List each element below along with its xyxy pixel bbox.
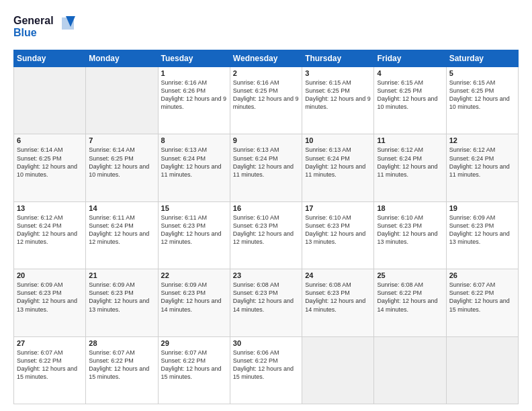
day-info: Sunrise: 6:13 AM Sunset: 6:24 PM Dayligh… [233,146,299,179]
calendar-cell: 6Sunrise: 6:14 AM Sunset: 6:25 PM Daylig… [14,134,86,201]
calendar-cell: 22Sunrise: 6:09 AM Sunset: 6:23 PM Dayli… [158,269,230,336]
calendar-week-3: 13Sunrise: 6:12 AM Sunset: 6:24 PM Dayli… [14,201,519,269]
calendar-cell [302,336,374,404]
logo: General Blue [13,12,81,43]
calendar-cell: 17Sunrise: 6:10 AM Sunset: 6:23 PM Dayli… [302,201,374,269]
day-number: 24 [305,271,371,279]
calendar-cell: 8Sunrise: 6:13 AM Sunset: 6:24 PM Daylig… [158,134,230,201]
weekday-header-saturday: Saturday [446,50,518,67]
day-number: 14 [89,204,154,212]
calendar-cell: 3Sunrise: 6:15 AM Sunset: 6:25 PM Daylig… [302,67,374,134]
day-number: 30 [233,339,299,347]
calendar-cell: 29Sunrise: 6:07 AM Sunset: 6:22 PM Dayli… [158,336,230,404]
day-number: 20 [17,271,83,279]
day-info: Sunrise: 6:11 AM Sunset: 6:23 PM Dayligh… [161,214,227,246]
day-number: 23 [233,271,299,279]
day-info: Sunrise: 6:08 AM Sunset: 6:22 PM Dayligh… [377,281,443,314]
day-number: 4 [377,69,443,77]
day-number: 21 [89,271,154,279]
day-info: Sunrise: 6:13 AM Sunset: 6:24 PM Dayligh… [161,146,227,179]
weekday-header-wednesday: Wednesday [230,50,302,67]
calendar-cell [86,67,158,134]
calendar-cell [14,67,86,134]
day-number: 5 [449,69,515,77]
calendar-cell: 23Sunrise: 6:08 AM Sunset: 6:23 PM Dayli… [230,269,302,336]
day-number: 6 [17,136,83,144]
day-info: Sunrise: 6:15 AM Sunset: 6:25 PM Dayligh… [305,79,371,111]
calendar-cell: 13Sunrise: 6:12 AM Sunset: 6:24 PM Dayli… [14,201,86,269]
calendar-cell: 12Sunrise: 6:12 AM Sunset: 6:24 PM Dayli… [446,134,518,201]
calendar-cell: 5Sunrise: 6:15 AM Sunset: 6:25 PM Daylig… [446,67,518,134]
calendar-cell: 27Sunrise: 6:07 AM Sunset: 6:22 PM Dayli… [14,336,86,404]
calendar-cell: 25Sunrise: 6:08 AM Sunset: 6:22 PM Dayli… [374,269,446,336]
day-info: Sunrise: 6:10 AM Sunset: 6:23 PM Dayligh… [377,214,443,246]
calendar-cell: 14Sunrise: 6:11 AM Sunset: 6:24 PM Dayli… [86,201,158,269]
calendar-cell: 10Sunrise: 6:13 AM Sunset: 6:24 PM Dayli… [302,134,374,201]
calendar-cell: 28Sunrise: 6:07 AM Sunset: 6:22 PM Dayli… [86,336,158,404]
day-number: 7 [89,136,154,144]
day-number: 26 [449,271,515,279]
day-number: 28 [89,339,154,347]
calendar-cell: 30Sunrise: 6:06 AM Sunset: 6:22 PM Dayli… [230,336,302,404]
weekday-header-monday: Monday [86,50,158,67]
calendar-cell: 16Sunrise: 6:10 AM Sunset: 6:23 PM Dayli… [230,201,302,269]
day-info: Sunrise: 6:07 AM Sunset: 6:22 PM Dayligh… [89,349,154,381]
day-number: 17 [305,204,371,212]
day-info: Sunrise: 6:10 AM Sunset: 6:23 PM Dayligh… [305,214,371,246]
day-number: 2 [233,69,299,77]
day-number: 11 [377,136,443,144]
day-info: Sunrise: 6:08 AM Sunset: 6:23 PM Dayligh… [233,281,299,314]
day-info: Sunrise: 6:12 AM Sunset: 6:24 PM Dayligh… [377,146,443,179]
calendar-cell: 18Sunrise: 6:10 AM Sunset: 6:23 PM Dayli… [374,201,446,269]
day-info: Sunrise: 6:14 AM Sunset: 6:25 PM Dayligh… [89,146,154,179]
weekday-header-tuesday: Tuesday [158,50,230,67]
day-info: Sunrise: 6:09 AM Sunset: 6:23 PM Dayligh… [449,214,515,246]
day-number: 29 [161,339,227,347]
calendar-cell: 9Sunrise: 6:13 AM Sunset: 6:24 PM Daylig… [230,134,302,201]
calendar-week-4: 20Sunrise: 6:09 AM Sunset: 6:23 PM Dayli… [14,269,519,336]
svg-text:Blue: Blue [13,27,37,38]
day-number: 18 [377,204,443,212]
day-info: Sunrise: 6:09 AM Sunset: 6:23 PM Dayligh… [161,281,227,314]
weekday-header-friday: Friday [374,50,446,67]
day-info: Sunrise: 6:06 AM Sunset: 6:22 PM Dayligh… [233,349,299,381]
day-info: Sunrise: 6:16 AM Sunset: 6:25 PM Dayligh… [233,79,299,111]
day-info: Sunrise: 6:15 AM Sunset: 6:25 PM Dayligh… [377,79,443,111]
calendar-cell: 2Sunrise: 6:16 AM Sunset: 6:25 PM Daylig… [230,67,302,134]
day-info: Sunrise: 6:09 AM Sunset: 6:23 PM Dayligh… [89,281,154,314]
calendar-cell: 11Sunrise: 6:12 AM Sunset: 6:24 PM Dayli… [374,134,446,201]
day-number: 25 [377,271,443,279]
page: General Blue SundayMondayTuesdayWednesda… [0,0,532,411]
calendar-cell: 24Sunrise: 6:08 AM Sunset: 6:23 PM Dayli… [302,269,374,336]
calendar-cell [446,336,518,404]
calendar-week-5: 27Sunrise: 6:07 AM Sunset: 6:22 PM Dayli… [14,336,519,404]
svg-text:General: General [13,15,54,26]
day-number: 9 [233,136,299,144]
calendar-week-1: 1Sunrise: 6:16 AM Sunset: 6:26 PM Daylig… [14,67,519,134]
logo-icon: General Blue [13,12,81,40]
day-info: Sunrise: 6:12 AM Sunset: 6:24 PM Dayligh… [17,214,83,246]
day-info: Sunrise: 6:13 AM Sunset: 6:24 PM Dayligh… [305,146,371,179]
day-number: 27 [17,339,83,347]
weekday-header-sunday: Sunday [14,50,86,67]
logo-text: General Blue [13,12,81,43]
header: General Blue [13,12,519,43]
calendar-cell: 15Sunrise: 6:11 AM Sunset: 6:23 PM Dayli… [158,201,230,269]
day-info: Sunrise: 6:16 AM Sunset: 6:26 PM Dayligh… [161,79,227,111]
day-info: Sunrise: 6:09 AM Sunset: 6:23 PM Dayligh… [17,281,83,314]
calendar-cell: 1Sunrise: 6:16 AM Sunset: 6:26 PM Daylig… [158,67,230,134]
calendar-table: SundayMondayTuesdayWednesdayThursdayFrid… [13,50,519,404]
day-info: Sunrise: 6:07 AM Sunset: 6:22 PM Dayligh… [161,349,227,381]
calendar-cell: 7Sunrise: 6:14 AM Sunset: 6:25 PM Daylig… [86,134,158,201]
day-number: 1 [161,69,227,77]
day-info: Sunrise: 6:11 AM Sunset: 6:24 PM Dayligh… [89,214,154,246]
day-number: 19 [449,204,515,212]
day-info: Sunrise: 6:12 AM Sunset: 6:24 PM Dayligh… [449,146,515,179]
calendar-cell: 26Sunrise: 6:07 AM Sunset: 6:22 PM Dayli… [446,269,518,336]
day-number: 8 [161,136,227,144]
day-info: Sunrise: 6:15 AM Sunset: 6:25 PM Dayligh… [449,79,515,111]
day-info: Sunrise: 6:14 AM Sunset: 6:25 PM Dayligh… [17,146,83,179]
day-number: 13 [17,204,83,212]
day-number: 3 [305,69,371,77]
day-info: Sunrise: 6:07 AM Sunset: 6:22 PM Dayligh… [17,349,83,381]
